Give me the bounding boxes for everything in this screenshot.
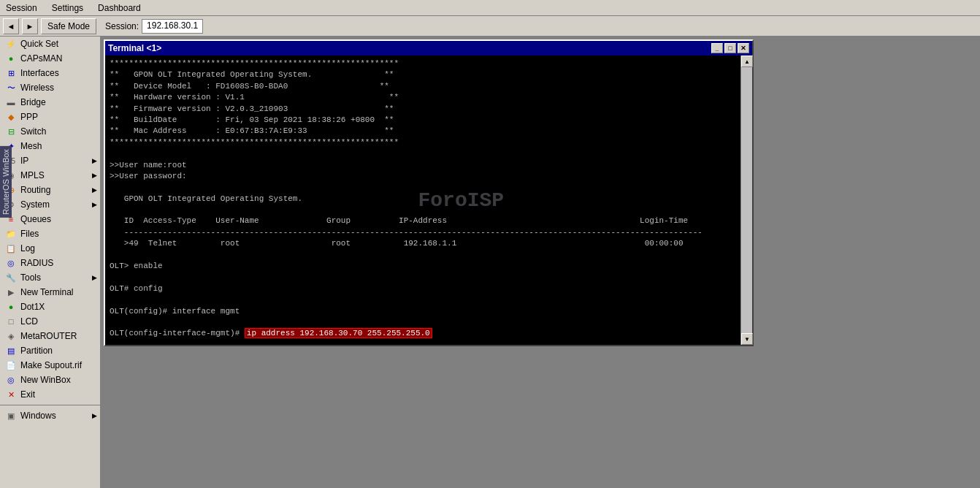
sidebar-label-radius: RADIUS [20,258,53,268]
sidebar-icon-radius: ◎ [6,258,16,268]
sidebar-label-dot1x: Dot1X [20,302,45,312]
sidebar-label-tools: Tools [20,272,41,283]
sidebar-item-mpls[interactable]: ◉ MPLS ▶ [0,168,100,183]
sidebar-item-bridge[interactable]: ▬ Bridge [0,95,100,110]
sidebar-item-metarouter[interactable]: ◈ MetaROUTER [0,329,100,343]
sidebar-arrow-routing: ▶ [92,186,97,194]
sidebar-icon-make-supout: 📄 [6,360,16,370]
sidebar-arrow-tools: ▶ [92,274,97,281]
sidebar-label-new-terminal: New Terminal [20,287,73,297]
sidebar-label-ip: IP [20,156,28,166]
menu-bar: Session Settings Dashboard [0,0,980,16]
sidebar-item-files[interactable]: 📁 Files [0,226,100,241]
sidebar-icon-capsman: ● [6,53,16,64]
terminal-command: ip address 192.168.30.70 255.255.255.0 [245,328,432,338]
menu-dashboard[interactable]: Dashboard [95,1,144,15]
sidebar-icon-switch: ⊟ [6,126,16,137]
terminal-window: Terminal <1> _ □ ✕ *********************… [104,39,754,346]
scroll-up-button[interactable]: ▲ [741,56,753,67]
sidebar-label-metarouter: MetaROUTER [20,331,77,341]
sidebar-icon-wireless: 〜 [6,83,16,93]
sidebar-item-lcd[interactable]: □ LCD [0,314,100,329]
sidebar-item-quick-set[interactable]: ⚡ Quick Set [0,37,100,51]
sidebar-icon-log: 📋 [6,243,16,253]
sidebar-item-interfaces[interactable]: ⊞ Interfaces [0,66,100,80]
toolbar: ◄ ► Safe Mode Session: 192.168.30.1 [0,16,980,37]
session-label: Session: [105,21,139,31]
sidebar-icon-quick-set: ⚡ [6,39,16,49]
terminal-minimize-button[interactable]: _ [711,43,723,53]
sidebar-icon-ppp: ◆ [6,112,16,122]
sidebar-item-radius[interactable]: ◎ RADIUS [0,256,100,270]
sidebar-arrow-ip: ▶ [92,157,97,164]
scroll-down-button[interactable]: ▼ [741,333,753,345]
sidebar-item-ppp[interactable]: ◆ PPP [0,110,100,124]
sidebar-item-wireless[interactable]: 〜 Wireless [0,80,100,95]
sidebar-icon-partition: ▤ [6,346,16,356]
terminal-prompt: OLT(config-interface-mgmt)# [110,329,245,338]
sidebar-icon-metarouter: ◈ [6,331,16,341]
sidebar-label-routing: Routing [20,185,50,195]
terminal-scrollbar: ▲ ▼ [740,56,752,345]
safe-mode-button[interactable]: Safe Mode [41,18,96,34]
sidebar-label-partition: Partition [20,346,53,356]
sidebar-item-system[interactable]: ⚙ System ▶ [0,197,100,212]
terminal-titlebar: Terminal <1> _ □ ✕ [105,41,752,56]
sidebar-item-new-terminal[interactable]: ▶ New Terminal [0,285,100,300]
sidebar-item-queues[interactable]: ≡ Queues [0,212,100,226]
sidebar-label-quick-set: Quick Set [20,39,58,49]
scroll-track [741,67,752,333]
sidebar-item-switch[interactable]: ⊟ Switch [0,124,100,139]
sidebar-label-mpls: MPLS [20,170,45,180]
sidebar-label-wireless: Wireless [20,83,54,93]
sidebar-label-mesh: Mesh [20,141,42,151]
main-layout: ⚡ Quick Set ● CAPsMAN ⊞ Interfaces 〜 Wir… [0,37,980,488]
menu-settings[interactable]: Settings [49,1,86,15]
terminal-controls: _ □ ✕ [711,43,749,53]
sidebar: ⚡ Quick Set ● CAPsMAN ⊞ Interfaces 〜 Wir… [0,37,101,488]
sidebar-arrow-system: ▶ [92,201,97,208]
sidebar-label-lcd: LCD [20,316,38,327]
forward-button[interactable]: ► [22,18,38,34]
terminal-maximize-button[interactable]: □ [724,43,736,53]
terminal-command-line: OLT(config-interface-mgmt)# ip address 1… [110,328,748,339]
sidebar-label-bridge: Bridge [20,97,46,107]
sidebar-item-ip[interactable]: 55 IP ▶ [0,153,100,168]
sidebar-label-system: System [20,199,50,210]
menu-session[interactable]: Session [3,1,40,15]
sidebar-item-partition[interactable]: ▤ Partition [0,343,100,358]
sidebar-label-interfaces: Interfaces [20,68,59,78]
sidebar-item-windows[interactable]: ▣ Windows ▶ [0,408,100,423]
sidebar-label-exit: Exit [20,389,35,400]
sidebar-item-log[interactable]: 📋 Log [0,241,100,256]
sidebar-icon-tools: 🔧 [6,272,16,283]
terminal-close-button[interactable]: ✕ [738,43,749,53]
terminal-text: ****************************************… [110,58,748,328]
sidebar-item-new-winbox[interactable]: ◎ New WinBox [0,373,100,387]
sidebar-icon-lcd: □ [6,316,16,327]
sidebar-label-queues: Queues [20,214,51,224]
sidebar-label-new-winbox: New WinBox [20,375,71,385]
sidebar-arrow-mpls: ▶ [92,172,97,179]
sidebar-label-make-supout: Make Supout.rif [20,360,82,370]
content-area: Terminal <1> _ □ ✕ *********************… [101,37,980,488]
sidebar-label-files: Files [20,229,39,239]
back-button[interactable]: ◄ [3,18,19,34]
sidebar-icon-windows: ▣ [6,411,16,421]
sidebar-item-exit[interactable]: ✕ Exit [0,387,100,402]
terminal-body[interactable]: ****************************************… [105,56,752,345]
sidebar-item-make-supout[interactable]: 📄 Make Supout.rif [0,358,100,373]
sidebar-item-dot1x[interactable]: ● Dot1X [0,300,100,314]
sidebar-label-capsman: CAPsMAN [20,53,62,64]
sidebar-label-ppp: PPP [20,112,38,122]
sidebar-item-capsman[interactable]: ● CAPsMAN [0,51,100,66]
sidebar-item-mesh[interactable]: ✦ Mesh [0,139,100,153]
sidebar-label-switch: Switch [20,126,46,137]
sidebar-separator [0,405,100,405]
sidebar-icon-new-winbox: ◎ [6,375,16,385]
os-label: RouterOS WinBox [0,146,12,218]
sidebar-item-routing[interactable]: ⊕ Routing ▶ [0,183,100,197]
sidebar-icon-interfaces: ⊞ [6,68,16,78]
sidebar-item-tools[interactable]: 🔧 Tools ▶ [0,270,100,285]
sidebar-icon-exit: ✕ [6,389,16,400]
